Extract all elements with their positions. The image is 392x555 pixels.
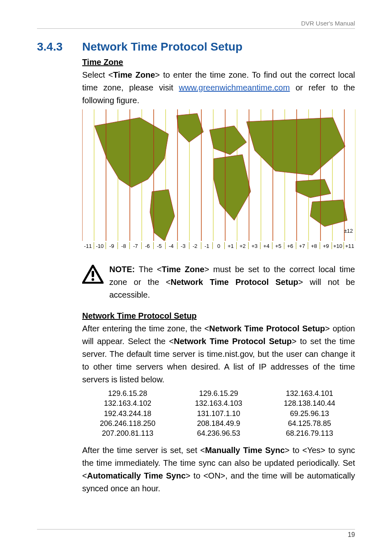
ip-cell: 132.163.4.101: [264, 388, 355, 398]
svg-rect-25: [92, 271, 94, 277]
text-bold: Network Time Protocol Setup: [174, 337, 292, 346]
ip-cell: 64.236.96.53: [173, 428, 264, 438]
ntp-subheading: Network Time Protocol Setup: [82, 311, 355, 321]
text: The <: [135, 265, 161, 274]
page-number: 19: [348, 531, 355, 538]
ip-col-1: 129.6.15.28 132.163.4.102 192.43.244.18 …: [82, 388, 173, 438]
ip-cell: 132.163.4.102: [82, 398, 173, 408]
ip-cell: 132.163.4.103: [173, 398, 264, 408]
svg-rect-24: [82, 241, 355, 252]
page-footer: 19: [37, 529, 355, 539]
text-bold: Network Time Protocol Setup: [171, 278, 298, 287]
ip-cell: 68.216.79.113: [264, 428, 355, 438]
ip-col-3: 132.163.4.101 128.138.140.44 69.25.96.13…: [264, 388, 355, 438]
timezone-paragraph: Select <Time Zone> to enter the time zon…: [82, 69, 355, 107]
ntp-paragraph-2: After the time server is set, set <Manua…: [82, 444, 355, 495]
section-title: Network Time Protocol Setup: [82, 40, 242, 53]
text: After the time server is set, set <: [82, 446, 205, 455]
timezone-map: ±12 -11 -10 -9 -8 -7 -6 -5 -4 -3 -2 -1 0…: [82, 109, 355, 252]
text-bold: Time Zone: [162, 265, 205, 274]
ip-cell: 128.138.140.44: [264, 398, 355, 408]
ip-cell: 207.200.81.113: [82, 428, 173, 438]
warning-icon: [82, 265, 104, 284]
section-heading: 3.4.3 Network Time Protocol Setup: [37, 40, 355, 53]
text: Select <: [82, 70, 113, 79]
timezone-subheading: Time Zone: [82, 58, 355, 67]
ip-cell: 206.246.118.250: [82, 419, 173, 428]
ip-cell: 69.25.96.13: [264, 409, 355, 419]
ip-col-2: 129.6.15.29 132.163.4.103 131.107.1.10 2…: [173, 388, 264, 438]
gmt-link[interactable]: www.greenwichmeantime.com: [179, 83, 290, 92]
ntp-paragraph-1: After entering the time zone, the <Netwo…: [82, 322, 355, 386]
text-bold: Time Zone: [113, 70, 155, 79]
text-bold: Manually Time Sync: [205, 446, 285, 455]
svg-point-26: [92, 278, 94, 281]
tz-extra-tick: ±12: [344, 228, 353, 234]
note-text: NOTE: The <Time Zone> must be set to the…: [109, 263, 355, 301]
header-right-text: DVR User's Manual: [301, 20, 355, 27]
page-header: DVR User's Manual: [37, 20, 355, 29]
note-block: NOTE: The <Time Zone> must be set to the…: [82, 263, 355, 301]
section-number: 3.4.3: [37, 40, 82, 53]
ip-cell: 131.107.1.10: [173, 409, 264, 419]
text-bold: Automatically Time Sync: [87, 471, 186, 480]
text-bold: Network Time Protocol Setup: [209, 324, 325, 333]
note-label: NOTE:: [109, 265, 135, 274]
ip-cell: 64.125.78.85: [264, 419, 355, 428]
ip-cell: 129.6.15.28: [82, 388, 173, 398]
ip-cell: 129.6.15.29: [173, 388, 264, 398]
timezone-map-svg: ±12: [82, 109, 355, 252]
ip-cell: 208.184.49.9: [173, 419, 264, 428]
ip-table: 129.6.15.28 132.163.4.102 192.43.244.18 …: [82, 388, 355, 438]
text: After entering the time zone, the <: [82, 324, 209, 333]
ip-cell: 192.43.244.18: [82, 409, 173, 419]
